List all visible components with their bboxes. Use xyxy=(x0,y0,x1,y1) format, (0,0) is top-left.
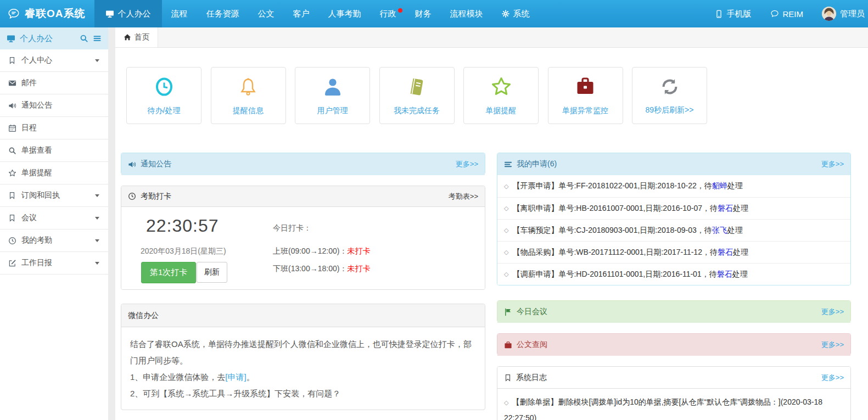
nav-label: 流程 xyxy=(171,9,188,19)
sidebar-item-label: 单据提醒 xyxy=(21,168,52,178)
sidebar-item-label: 会议 xyxy=(21,213,37,223)
sidebar-item-work-report[interactable]: 工作日报 xyxy=(0,252,108,275)
nav-label: 流程模块 xyxy=(450,9,483,19)
nav-item-hr-attendance[interactable]: 人事考勤 xyxy=(319,0,371,27)
sidebar-item-personal-center[interactable]: 个人中心 xyxy=(0,49,108,72)
nav-item-task-resource[interactable]: 任务资源 xyxy=(197,0,249,27)
nav-item-administration[interactable]: 行政 xyxy=(371,0,406,27)
mobile-version-button[interactable]: 手机版 xyxy=(714,9,753,19)
sidebar-item-my-attendance[interactable]: 我的考勤 xyxy=(0,229,108,252)
system-log-entry-text: 【删除单据】删除模块[调拨单]id为10的单据,摘要[从仓库“默认仓库”调拨物品… xyxy=(504,397,822,420)
nav-label: 行政 xyxy=(380,9,396,19)
application-item[interactable]: ◇ 【物品采购】单号:WB-20171112-0001,日期:2017-11-1… xyxy=(497,241,850,263)
card-todo[interactable]: 待办/处理 xyxy=(126,67,201,124)
user-menu[interactable]: 管理员 xyxy=(821,7,866,21)
bookmark-icon xyxy=(8,214,16,222)
nav-item-process-module[interactable]: 流程模块 xyxy=(441,0,492,27)
briefcase-icon xyxy=(504,341,512,349)
main-area: 首页 待办/处理 提醒信息 xyxy=(115,27,868,420)
application-item[interactable]: ◇ 【离职申请】单号:HB-20161007-0001,日期:2016-10-0… xyxy=(497,197,850,219)
nav-label: 公文 xyxy=(258,9,275,19)
system-log-more-link[interactable]: 更多>> xyxy=(821,373,844,383)
card-reminders[interactable]: 提醒信息 xyxy=(211,67,286,124)
diamond-bullet-icon: ◇ xyxy=(504,205,508,212)
sidebar-divider xyxy=(108,27,115,420)
card-unfinished-tasks[interactable]: 我未完成任务 xyxy=(379,67,455,124)
nav-item-process[interactable]: 流程 xyxy=(162,0,197,27)
top-navbar: 睿联OA系统 个人办公 流程 任务资源 公文 客户 人事考勤 行政 财务 流程模… xyxy=(0,0,868,27)
sidebar-item-label: 通知公告 xyxy=(21,100,52,110)
card-doc-reminder[interactable]: 单据提醒 xyxy=(463,67,539,124)
attendance-sheet-link[interactable]: 考勤表>> xyxy=(449,192,478,201)
comment-bubble-icon xyxy=(8,8,20,20)
sidebar-item-notice[interactable]: 通知公告 xyxy=(0,94,108,117)
sidebar-item-meeting[interactable]: 会议 xyxy=(0,207,108,229)
app-logo[interactable]: 睿联OA系统 xyxy=(0,0,94,27)
wechat-intro: 结合了睿联OA系统，单据待办推送提醒到个人微信和企业微信上，也可快捷登录定位打卡… xyxy=(130,336,476,369)
home-icon xyxy=(124,33,131,41)
nav-item-finance[interactable]: 财务 xyxy=(406,0,441,27)
wechat-apply-prefix: 1、申请企业微信体验，去 xyxy=(130,372,225,382)
reim-button[interactable]: REIM xyxy=(769,9,805,19)
sidebar-item-schedule[interactable]: 日程 xyxy=(0,117,108,139)
card-doc-monitor[interactable]: 单据异常监控 xyxy=(548,67,623,124)
sidebar-item-subscriptions[interactable]: 订阅和回执 xyxy=(0,184,108,207)
application-suffix: 处理 xyxy=(732,270,748,279)
document-review-title: 公文查阅 xyxy=(517,340,547,350)
app-title: 睿联OA系统 xyxy=(25,7,86,21)
sidebar-item-doc-reminder[interactable]: 单据提醒 xyxy=(0,162,108,184)
envelope-icon xyxy=(8,79,16,87)
handler-link[interactable]: 磐石 xyxy=(717,270,732,279)
search-icon[interactable] xyxy=(80,34,88,43)
monitor-icon xyxy=(7,34,15,43)
gear-icon xyxy=(502,10,509,18)
application-item[interactable]: ◇ 【开票申请】单号:FF-20181022-001,日期:2018-10-22… xyxy=(497,175,850,197)
card-user-management[interactable]: 用户管理 xyxy=(295,67,370,124)
nav-item-personal-office[interactable]: 个人办公 xyxy=(94,0,162,27)
punch-in-button[interactable]: 第1次打卡 xyxy=(141,262,196,283)
nav-item-customer[interactable]: 客户 xyxy=(284,0,319,27)
search-icon xyxy=(8,147,16,155)
handler-link[interactable]: 张飞 xyxy=(712,226,727,236)
application-item[interactable]: ◇ 【车辆预定】单号:CJ-20180903-001,日期:2018-09-03… xyxy=(497,219,850,241)
card-refresh-countdown[interactable]: 89秒后刷新>> xyxy=(632,67,707,124)
calendar-icon xyxy=(8,124,16,132)
nav-label: 个人办公 xyxy=(118,9,151,19)
navbar-right: 手机版 REIM 管理员 xyxy=(714,7,868,21)
wechat-apply-suffix: 。 xyxy=(247,372,255,382)
nav-item-system[interactable]: 系统 xyxy=(492,0,539,27)
list-icon xyxy=(504,160,512,169)
handler-link[interactable]: 磐石 xyxy=(718,248,733,257)
sidebar-item-doc-view[interactable]: 单据查看 xyxy=(0,139,108,162)
sidebar-item-label: 个人中心 xyxy=(21,55,52,65)
today-meeting-header: 今日会议 更多>> xyxy=(497,301,850,323)
refresh-button[interactable]: 刷新 xyxy=(197,262,227,283)
hamburger-menu-icon[interactable] xyxy=(93,34,102,43)
nav-label: 系统 xyxy=(513,9,530,19)
left-column: 通知公告 更多>> 考勤打卡 考勤表>> 22:30:57 2020年03月18… xyxy=(121,153,485,410)
notice-more-link[interactable]: 更多>> xyxy=(456,159,478,169)
handler-link[interactable]: 貂蝉 xyxy=(712,181,727,191)
bookmark-icon xyxy=(8,57,16,64)
nav-item-official-doc[interactable]: 公文 xyxy=(249,0,284,27)
diamond-bullet-icon: ◇ xyxy=(504,399,508,406)
reim-label: REIM xyxy=(783,9,804,19)
application-prefix: 【调薪申请】单号:HD-20161101-0001,日期:2016-11-01，… xyxy=(512,270,716,279)
system-log-entry[interactable]: ◇【删除单据】删除模块[调拨单]id为10的单据,摘要[从仓库“默认仓库”调拨物… xyxy=(497,389,850,420)
sidebar-item-mail[interactable]: 邮件 xyxy=(0,72,108,94)
handler-link[interactable]: 磐石 xyxy=(718,204,733,214)
apply-link[interactable]: [申请] xyxy=(225,372,246,382)
diamond-bullet-icon: ◇ xyxy=(504,271,508,278)
my-applications-more-link[interactable]: 更多>> xyxy=(821,159,844,169)
document-review-more-link[interactable]: 更多>> xyxy=(821,340,844,350)
card-label: 提醒信息 xyxy=(233,106,264,116)
application-suffix: 处理 xyxy=(727,226,743,236)
attendance-body: 22:30:57 2020年03月18日(星期三) 第1次打卡 刷新 今日打卡：… xyxy=(121,207,485,289)
application-item[interactable]: ◇ 【调薪申请】单号:HD-20161101-0001,日期:2016-11-0… xyxy=(497,263,850,285)
today-meeting-more-link[interactable]: 更多>> xyxy=(821,307,844,317)
tab-home[interactable]: 首页 xyxy=(115,27,158,47)
application-suffix: 处理 xyxy=(733,204,748,214)
wechat-body: 结合了睿联OA系统，单据待办推送提醒到个人微信和企业微信上，也可快捷登录定位打卡… xyxy=(121,327,485,410)
document-review-panel: 公文查阅 更多>> xyxy=(497,333,851,355)
clock-icon xyxy=(8,237,16,245)
